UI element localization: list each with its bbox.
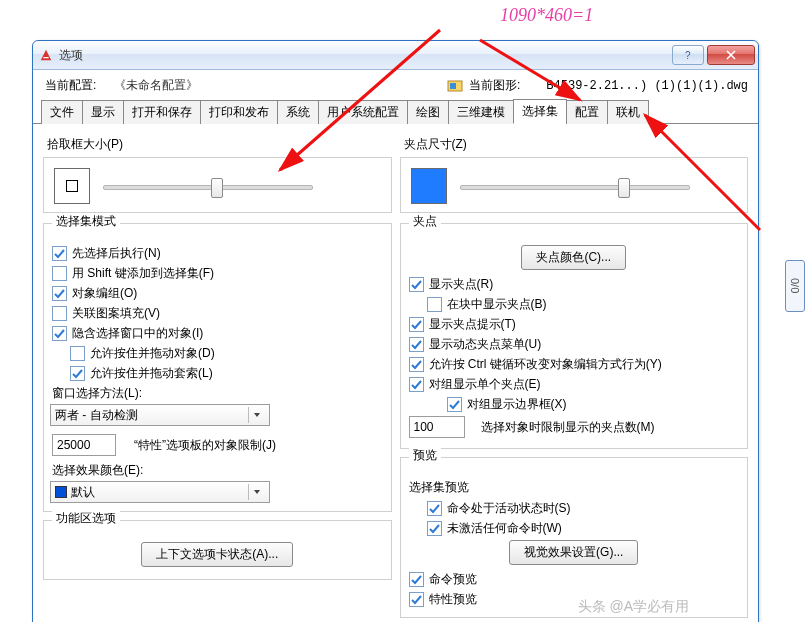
grip-size-label: 夹点尺寸(Z) bbox=[404, 136, 749, 153]
tab-plot[interactable]: 打印和发布 bbox=[200, 100, 278, 124]
grip-limit-input[interactable]: 100 bbox=[409, 416, 465, 438]
tab-drafting[interactable]: 绘图 bbox=[407, 100, 449, 124]
svg-text:?: ? bbox=[685, 50, 691, 60]
titlebar: 选项 ? bbox=[33, 41, 758, 70]
tab-display[interactable]: 显示 bbox=[82, 100, 124, 124]
effect-color-label: 选择效果颜色(E): bbox=[52, 462, 385, 479]
preview-no-cmd-label: 未激活任何命令时(W) bbox=[447, 520, 562, 536]
grip-tips-checkbox[interactable] bbox=[409, 317, 424, 332]
left-column: 拾取框大小(P) 选择集模式 先选择后执行(N) 用 Shift 键添加到选择集… bbox=[43, 132, 392, 622]
drawing-label: 当前图形: bbox=[469, 77, 520, 94]
noun-verb-checkbox[interactable] bbox=[52, 246, 67, 261]
app-logo-icon bbox=[39, 48, 53, 62]
grip-tips-label: 显示夹点提示(T) bbox=[429, 316, 516, 332]
prop-preview-checkbox[interactable] bbox=[409, 592, 424, 607]
tab-userpref[interactable]: 用户系统配置 bbox=[318, 100, 408, 124]
dyn-menu-label: 显示动态夹点菜单(U) bbox=[429, 336, 542, 352]
svg-rect-2 bbox=[450, 83, 456, 89]
press-drag-lasso-checkbox[interactable] bbox=[70, 366, 85, 381]
tab-3d[interactable]: 三维建模 bbox=[448, 100, 514, 124]
press-drag-obj-checkbox[interactable] bbox=[70, 346, 85, 361]
pickbox-size-label: 拾取框大小(P) bbox=[47, 136, 392, 153]
obj-group-label: 对象编组(O) bbox=[72, 285, 137, 301]
preview-when-active-checkbox[interactable] bbox=[427, 501, 442, 516]
profile-value: 《未命名配置》 bbox=[104, 77, 218, 94]
prop-preview-label: 特性预览 bbox=[429, 591, 477, 607]
single-group-grip-label: 对组显示单个夹点(E) bbox=[429, 376, 541, 392]
window-method-combo[interactable]: 两者 - 自动检测 bbox=[50, 404, 270, 426]
grips-in-block-checkbox[interactable] bbox=[427, 297, 442, 312]
pickbox-slider[interactable] bbox=[103, 176, 313, 196]
tab-open-save[interactable]: 打开和保存 bbox=[123, 100, 201, 124]
tab-online[interactable]: 联机 bbox=[607, 100, 649, 124]
drawing-icon bbox=[447, 78, 463, 94]
context-tab-state-button[interactable]: 上下文选项卡状态(A)... bbox=[141, 542, 293, 567]
tab-strip: 文件 显示 打开和保存 打印和发布 系统 用户系统配置 绘图 三维建模 选择集 … bbox=[33, 98, 758, 124]
dialog-title: 选项 bbox=[59, 47, 83, 64]
selection-preview-label: 选择集预览 bbox=[409, 479, 742, 496]
grip-preview bbox=[411, 168, 447, 204]
show-grips-label: 显示夹点(R) bbox=[429, 276, 494, 292]
close-window-button[interactable] bbox=[707, 45, 755, 65]
grip-size-slider[interactable] bbox=[460, 176, 690, 196]
property-limit-input[interactable]: 25000 bbox=[52, 434, 116, 456]
side-tab[interactable]: 0/0 bbox=[785, 260, 805, 312]
ctrl-cycle-checkbox[interactable] bbox=[409, 357, 424, 372]
implied-window-checkbox[interactable] bbox=[52, 326, 67, 341]
group-bbox-label: 对组显示边界框(X) bbox=[467, 396, 567, 412]
preview-group-label: 预览 bbox=[409, 447, 441, 464]
preview-when-active-label: 命令处于活动状态时(S) bbox=[447, 500, 571, 516]
selection-mode-group-label: 选择集模式 bbox=[52, 213, 120, 230]
assoc-hatch-checkbox[interactable] bbox=[52, 306, 67, 321]
press-drag-obj-label: 允许按住并拖动对象(D) bbox=[90, 345, 215, 361]
options-dialog: 选项 ? 当前配置: 《未命名配置》 当前图形: B4539-2.21...) … bbox=[32, 40, 759, 622]
tab-profiles[interactable]: 配置 bbox=[566, 100, 608, 124]
annotation-text: 1090*460=1 bbox=[500, 5, 593, 26]
window-method-label: 窗口选择方法(L): bbox=[52, 385, 385, 402]
ctrl-cycle-label: 允许按 Ctrl 键循环改变对象编辑方式行为(Y) bbox=[429, 356, 662, 372]
effect-color-combo[interactable]: 默认 bbox=[50, 481, 270, 503]
implied-window-label: 隐含选择窗口中的对象(I) bbox=[72, 325, 203, 341]
pickbox-preview bbox=[54, 168, 90, 204]
profile-label: 当前配置: bbox=[45, 77, 98, 94]
preview-no-cmd-checkbox[interactable] bbox=[427, 521, 442, 536]
header-row: 当前配置: 《未命名配置》 当前图形: B4539-2.21...) (1)(1… bbox=[33, 70, 758, 98]
grip-limit-label: 选择对象时限制显示的夹点数(M) bbox=[481, 419, 655, 435]
noun-verb-label: 先选择后执行(N) bbox=[72, 245, 161, 261]
obj-group-checkbox[interactable] bbox=[52, 286, 67, 301]
grip-color-button[interactable]: 夹点颜色(C)... bbox=[521, 245, 626, 270]
visual-effect-button[interactable]: 视觉效果设置(G)... bbox=[509, 540, 638, 565]
help-window-button[interactable]: ? bbox=[672, 45, 704, 65]
dyn-menu-checkbox[interactable] bbox=[409, 337, 424, 352]
tab-system[interactable]: 系统 bbox=[277, 100, 319, 124]
property-limit-label: “特性”选项板的对象限制(J) bbox=[134, 437, 276, 453]
cmd-preview-label: 命令预览 bbox=[429, 571, 477, 587]
tab-selection[interactable]: 选择集 bbox=[513, 99, 567, 124]
grip-group-label: 夹点 bbox=[409, 213, 441, 230]
assoc-hatch-label: 关联图案填充(V) bbox=[72, 305, 160, 321]
group-bbox-checkbox[interactable] bbox=[447, 397, 462, 412]
drawing-value: B4539-2.21...) (1)(1)(1).dwg bbox=[546, 79, 748, 93]
ribbon-group-label: 功能区选项 bbox=[52, 510, 120, 527]
shift-add-label: 用 Shift 键添加到选择集(F) bbox=[72, 265, 214, 281]
right-column: 夹点尺寸(Z) 夹点 夹点颜色(C)... 显示夹点(R) 在块中显示夹点(B)… bbox=[400, 132, 749, 622]
single-group-grip-checkbox[interactable] bbox=[409, 377, 424, 392]
show-grips-checkbox[interactable] bbox=[409, 277, 424, 292]
watermark-text: 头条 @A学必有用 bbox=[578, 598, 689, 616]
shift-add-checkbox[interactable] bbox=[52, 266, 67, 281]
press-drag-lasso-label: 允许按住并拖动套索(L) bbox=[90, 365, 213, 381]
cmd-preview-checkbox[interactable] bbox=[409, 572, 424, 587]
grips-in-block-label: 在块中显示夹点(B) bbox=[447, 296, 547, 312]
tab-file[interactable]: 文件 bbox=[41, 100, 83, 124]
